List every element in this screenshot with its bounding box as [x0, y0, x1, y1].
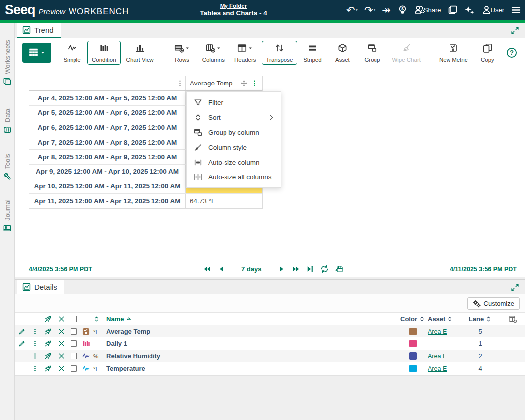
toolbar-button-transpose[interactable]: Transpose [262, 41, 298, 65]
row-checkbox[interactable] [71, 340, 77, 347]
menu-item-column-style[interactable]: Column style [187, 140, 281, 155]
sort-asset-icon[interactable] [447, 316, 453, 322]
toolbar-button-condition[interactable]: Condition [87, 41, 121, 65]
step-forward-full-icon[interactable] [292, 265, 300, 273]
redo-caret-icon[interactable]: ▾ [374, 7, 376, 12]
date-range-cell[interactable]: Apr 9, 2025 12:00 AM - Apr 10, 2025 12:0… [29, 165, 186, 179]
toolbar-button-rows[interactable]: Rows [168, 41, 197, 65]
value-cell[interactable]: 64.73 °F [186, 194, 262, 208]
color-swatch[interactable] [409, 340, 417, 347]
menu-item-group-by-column[interactable]: Group by column [187, 125, 281, 140]
toolbar-button-columns[interactable]: Columns [198, 41, 229, 65]
date-range-cell[interactable]: Apr 5, 2025 12:00 AM - Apr 6, 2025 12:00… [29, 106, 186, 120]
step-to-end-icon[interactable] [306, 265, 314, 273]
remove-all-icon[interactable] [58, 315, 65, 323]
date-column-header[interactable] [29, 76, 186, 90]
duplicate-window-icon[interactable] [448, 5, 458, 15]
sidebar-item-journal[interactable]: Journal [0, 192, 15, 239]
sort-lane-icon[interactable] [485, 316, 492, 322]
duration-label[interactable]: 7 days [241, 265, 261, 273]
lane-header[interactable]: Lane [469, 315, 484, 323]
user-menu[interactable]: User [481, 5, 504, 15]
color-header[interactable]: Color [400, 315, 417, 323]
asset-swap-icon[interactable] [44, 365, 52, 372]
sidebar-item-tools[interactable]: Tools [0, 147, 15, 187]
row-menu-icon[interactable] [32, 353, 38, 359]
step-back-full-icon[interactable] [203, 265, 211, 273]
edit-icon[interactable] [18, 328, 26, 335]
toolbar-button-asset[interactable]: Asset [328, 41, 357, 65]
toolbar-button-new-metric[interactable]: New Metric [435, 41, 472, 65]
my-folder-link[interactable]: My Folder [220, 3, 247, 9]
help-icon[interactable]: ? [506, 47, 517, 58]
row-menu-icon[interactable] [32, 340, 38, 347]
color-swatch[interactable] [409, 328, 417, 335]
toolbar-button-simple[interactable]: Simple [58, 41, 86, 65]
menu-item-filter[interactable]: Filter [187, 95, 281, 110]
row-menu-icon[interactable] [32, 328, 38, 335]
asset-swap-icon[interactable] [44, 352, 52, 360]
menu-item-auto-size-column[interactable]: Auto-size column [187, 155, 281, 169]
sort-color-icon[interactable] [419, 316, 425, 322]
auto-update-icon[interactable] [335, 265, 343, 273]
toolbar-button-group[interactable]: Group [358, 41, 386, 65]
tab-trend[interactable]: Trend [17, 23, 61, 38]
column-menu-icon[interactable] [251, 80, 258, 87]
toolbar-button-striped[interactable]: Striped [298, 41, 327, 65]
view-mode-dropdown-button[interactable] [22, 43, 51, 63]
range-start-label[interactable]: 4/4/2025 3:56 PM PDT [29, 266, 92, 273]
asset-swap-icon[interactable] [44, 340, 52, 347]
toolbar-button-chart-view[interactable]: Chart View [122, 41, 158, 65]
select-all-checkbox[interactable] [71, 316, 77, 322]
menu-item-auto-size-all-columns[interactable]: Auto-size all columns [187, 169, 281, 184]
menu-item-sort[interactable]: Sort [187, 110, 281, 125]
row-checkbox[interactable] [71, 365, 77, 372]
share-button[interactable]: Share [414, 5, 441, 15]
row-menu-icon[interactable] [32, 365, 38, 372]
asset-swap-icon[interactable] [44, 328, 52, 335]
hamburger-menu-icon[interactable] [511, 5, 521, 15]
redo-button[interactable]: ↷▾ [364, 5, 375, 15]
sidebar-item-data[interactable]: Data [0, 100, 15, 142]
undo-button[interactable]: ↶▾ [346, 5, 358, 15]
value-column-header[interactable]: Average Temp [186, 76, 262, 90]
step-forward-half-icon[interactable] [277, 265, 286, 273]
row-checkbox[interactable] [71, 353, 77, 359]
tab-details[interactable]: Details [17, 280, 64, 295]
date-range-cell[interactable]: Apr 10, 2025 12:00 AM - Apr 11, 2025 12:… [29, 179, 186, 194]
customize-button[interactable]: Customize [467, 297, 520, 310]
column-menu-dots-icon[interactable] [176, 80, 184, 87]
asset-link[interactable]: Area E [428, 328, 447, 335]
trend-expand-icon[interactable] [511, 26, 519, 35]
column-move-icon[interactable] [240, 80, 248, 87]
name-header[interactable]: Name [106, 315, 124, 323]
asset-header[interactable]: Asset [428, 315, 445, 323]
edit-icon[interactable] [18, 340, 26, 347]
color-swatch[interactable] [409, 365, 417, 372]
date-range-cell[interactable]: Apr 7, 2025 12:00 AM - Apr 8, 2025 12:00… [29, 135, 186, 150]
seeq-logo[interactable]: Seeq [5, 2, 35, 18]
add-column-icon[interactable] [509, 315, 517, 323]
remove-item-icon[interactable] [58, 328, 65, 335]
toolbar-button-headers[interactable]: Headers [230, 41, 260, 65]
remove-item-icon[interactable] [58, 352, 65, 360]
remove-item-icon[interactable] [58, 365, 65, 372]
date-range-cell[interactable]: Apr 8, 2025 12:00 AM - Apr 9, 2025 12:00… [29, 150, 186, 164]
details-expand-icon[interactable] [511, 283, 519, 292]
sidebar-item-worksheets[interactable]: Worksheets [0, 30, 15, 95]
row-checkbox[interactable] [71, 328, 77, 335]
lightbulb-dollar-icon[interactable]: $ [397, 5, 408, 15]
undo-caret-icon[interactable]: ▾ [356, 7, 358, 12]
asset-link[interactable]: Area E [428, 353, 447, 360]
toolbar-button-copy[interactable]: Copy [473, 41, 502, 65]
asset-link[interactable]: Area E [428, 365, 447, 372]
sort-name-icon[interactable] [93, 316, 100, 322]
sparkles-icon[interactable] [464, 5, 475, 15]
cell-value[interactable]: 64.73 °F [190, 197, 215, 205]
remove-item-icon[interactable] [58, 340, 65, 347]
color-swatch[interactable] [409, 352, 417, 360]
date-range-cell[interactable]: Apr 11, 2025 12:00 AM - Apr 12, 2025 12:… [29, 194, 186, 208]
step-back-half-icon[interactable] [217, 265, 225, 273]
asset-swap-icon[interactable] [44, 315, 52, 323]
refresh-icon[interactable] [320, 265, 329, 273]
